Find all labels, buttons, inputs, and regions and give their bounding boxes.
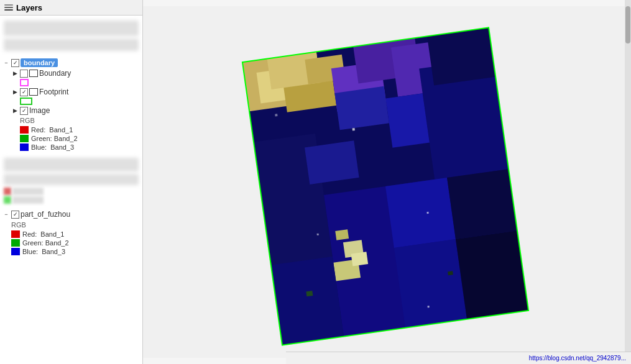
green-band-label: Green: Band_2 <box>31 135 78 142</box>
boundary-group-header[interactable]: − boundary <box>0 57 142 68</box>
boundary-expand-icon[interactable]: − <box>2 59 10 66</box>
svg-rect-27 <box>447 169 517 239</box>
part-red-band: Red: Band_1 <box>9 230 142 239</box>
boundary-symbol-row <box>17 78 142 87</box>
part-group-header[interactable]: − part_of_fuzhou <box>0 209 142 220</box>
red-band-color <box>20 126 29 134</box>
svg-rect-33 <box>317 234 319 235</box>
image-green-band: Green: Band_2 <box>17 134 142 143</box>
part-of-fuzhou-group: − part_of_fuzhou RGB Red: Band_1 Green: … <box>0 207 142 257</box>
svg-rect-21 <box>351 252 369 266</box>
part-green-band: Green: Band_2 <box>9 239 142 247</box>
part-green-label: Green: Band_2 <box>22 239 69 247</box>
panel-title: Layers <box>16 3 42 12</box>
footprint-symbol-row <box>17 97 142 106</box>
map-canvas <box>143 0 631 364</box>
svg-rect-26 <box>456 230 528 319</box>
boundary-layer-icon <box>29 70 38 77</box>
part-red-color <box>11 230 20 238</box>
boundary-layer-checkbox[interactable] <box>20 70 28 78</box>
svg-rect-22 <box>335 229 349 240</box>
blurred-top <box>0 18 142 53</box>
svg-rect-28 <box>427 27 495 85</box>
part-expand-icon[interactable]: − <box>2 211 10 218</box>
image-expand-icon[interactable]: ▶ <box>11 107 19 114</box>
part-group-checkbox[interactable] <box>11 211 19 219</box>
blue-band-color <box>20 143 29 151</box>
footprint-checkbox[interactable] <box>20 88 28 96</box>
boundary-group-label: boundary <box>21 58 58 67</box>
boundary-layer-item[interactable]: ▶ Boundary <box>9 68 142 78</box>
boundary-group: − boundary ▶ Boundary ▶ Footprint ▶ <box>0 56 142 153</box>
svg-rect-24 <box>394 239 467 328</box>
footprint-layer-item[interactable]: ▶ Footprint <box>9 87 142 97</box>
svg-rect-30 <box>448 271 453 275</box>
footprint-layer-label: Footprint <box>39 88 68 96</box>
part-blue-band: Blue: Band_3 <box>9 247 142 256</box>
status-bar: https://blog.csdn.net/qq_2942879... <box>286 352 631 364</box>
boundary-group-checkbox[interactable] <box>11 59 19 67</box>
boundary-symbol-icon <box>20 79 29 86</box>
footprint-expand-icon[interactable]: ▶ <box>11 88 19 96</box>
svg-rect-2 <box>4 9 13 11</box>
image-rgb-label: RGB <box>17 116 142 125</box>
part-blue-color <box>11 248 20 255</box>
svg-rect-35 <box>275 114 278 117</box>
part-red-label: Red: Band_1 <box>22 230 64 238</box>
status-url: https://blog.csdn.net/qq_2942879... <box>529 355 626 362</box>
red-band-label: Red: Band_1 <box>31 126 73 134</box>
green-band-color <box>20 135 29 142</box>
svg-rect-18 <box>305 140 359 184</box>
image-layer-item[interactable]: ▶ Image <box>9 106 142 116</box>
boundary-layer-label: Boundary <box>39 69 71 78</box>
svg-rect-25 <box>271 257 344 345</box>
scrollbar-thumb[interactable] <box>625 6 630 43</box>
svg-rect-32 <box>426 212 428 214</box>
svg-rect-1 <box>4 7 13 8</box>
image-blue-band: Blue: Band_3 <box>17 143 142 152</box>
part-green-color <box>11 239 20 247</box>
image-layer-label: Image <box>29 106 50 115</box>
blue-band-label: Blue: Band_3 <box>31 143 74 151</box>
svg-rect-0 <box>4 4 13 6</box>
part-group-label: part_of_fuzhou <box>21 210 70 219</box>
map-area[interactable]: https://blog.csdn.net/qq_2942879... <box>143 0 631 364</box>
image-red-band: Red: Band_1 <box>17 125 142 134</box>
svg-rect-31 <box>352 128 355 131</box>
svg-rect-17 <box>385 93 430 148</box>
svg-rect-34 <box>427 306 429 307</box>
image-rgb-text: RGB <box>20 116 35 125</box>
svg-rect-29 <box>306 291 313 296</box>
footprint-symbol-icon <box>20 98 32 105</box>
part-rgb-text: RGB <box>11 221 26 229</box>
svg-rect-23 <box>385 178 456 248</box>
part-blue-label: Blue: Band_3 <box>22 248 65 255</box>
image-checkbox[interactable] <box>20 107 28 115</box>
boundary-layer-expand[interactable]: ▶ <box>11 70 19 77</box>
layers-panel: Layers − boundary ▶ Boundary ▶ Foo <box>0 0 143 364</box>
layers-icon <box>4 2 14 12</box>
footprint-layer-icon <box>29 88 38 96</box>
svg-rect-16 <box>334 86 389 130</box>
part-rgb-label: RGB <box>9 220 142 230</box>
right-scrollbar[interactable] <box>625 0 631 364</box>
panel-header: Layers <box>0 0 142 16</box>
blurred-middle <box>0 155 142 205</box>
